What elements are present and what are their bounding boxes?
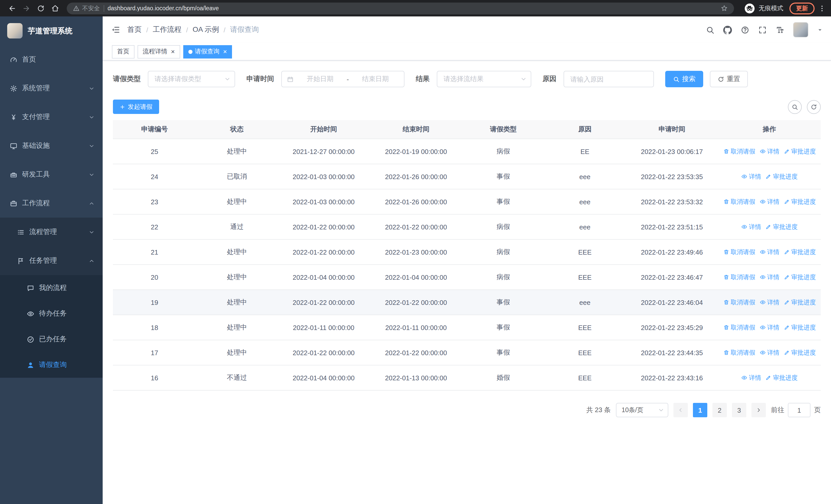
op-detail-link[interactable]: 详情 [760,298,779,307]
sidebar-item-6[interactable]: 流程管理 [0,217,103,246]
op-progress-link[interactable]: 审批进度 [765,172,798,181]
op-progress-link[interactable]: 审批进度 [783,298,816,307]
back-icon[interactable] [5,2,19,15]
question-icon[interactable] [741,25,749,34]
url-bar[interactable]: 不安全 dashboard.yudao.iocoder.cn/bpm/oa/le… [67,2,734,14]
cell-status: 处理中 [196,348,278,357]
leave-type-select[interactable]: 请选择请假类型 [148,71,235,87]
tab-close-icon[interactable]: × [223,48,227,55]
goto-page-input[interactable] [788,403,810,417]
reset-button[interactable]: 重置 [710,71,748,87]
page-button-3[interactable]: 3 [732,403,746,417]
op-detail-link[interactable]: 详情 [760,197,779,206]
yen-icon [10,113,18,121]
op-detail-link[interactable]: 详情 [741,374,761,382]
security-chip[interactable]: 不安全 [73,4,100,12]
op-progress-link[interactable]: 审批进度 [783,323,816,332]
op-cancel-link[interactable]: 取消请假 [723,197,755,206]
op-detail-link[interactable]: 详情 [760,348,779,357]
reason-input[interactable] [564,71,654,87]
cell-type: 事假 [462,323,544,332]
logo[interactable]: 芋道管理系统 [0,17,103,45]
op-cancel-link[interactable]: 取消请假 [723,298,755,307]
forward-icon[interactable] [20,2,33,15]
op-detail-link[interactable]: 详情 [741,223,761,231]
reload-icon[interactable] [34,2,47,15]
sidebar-item-3[interactable]: 基础设施 [0,131,103,160]
op-cancel-link[interactable]: 取消请假 [723,248,755,256]
sidebar-item-4[interactable]: 研发工具 [0,160,103,189]
edit-icon [765,375,771,381]
trash-icon [723,199,729,205]
op-progress-link[interactable]: 审批进度 [783,147,816,156]
search-icon[interactable] [706,25,715,34]
cell-id: 22 [113,223,196,231]
edit-icon [765,224,771,230]
op-detail-link[interactable]: 详情 [760,147,779,156]
chevron-down-icon[interactable] [817,27,823,33]
page-button-2[interactable]: 2 [712,403,727,417]
prev-page-button[interactable] [674,403,688,417]
page-size-select[interactable]: 10条/页 [616,403,668,417]
breadcrumb-item-2[interactable]: OA 示例 [193,25,219,34]
op-progress-link[interactable]: 审批进度 [765,374,798,382]
op-label: 审批进度 [791,248,816,256]
op-detail-link[interactable]: 详情 [741,172,761,181]
op-progress-link[interactable]: 审批进度 [783,348,816,357]
tab-2[interactable]: 请假查询× [183,45,232,58]
toggle-search-button[interactable] [788,100,802,114]
cell-start: 2022-01-22 00:00:00 [278,248,370,256]
collapse-sidebar-icon[interactable] [111,25,120,34]
sidebar-item-9[interactable]: 待办任务 [0,301,103,326]
apply-time-range-picker[interactable]: 开始日期 - 结束日期 [281,71,404,87]
search-button-label: 搜索 [682,75,695,84]
op-cancel-link[interactable]: 取消请假 [723,348,755,357]
home-icon[interactable] [48,2,62,15]
sidebar-item-10[interactable]: 已办任务 [0,326,103,352]
op-detail-link[interactable]: 详情 [760,273,779,281]
sidebar-item-7[interactable]: 任务管理 [0,246,103,275]
cell-type: 事假 [462,298,544,307]
github-icon[interactable] [723,25,732,34]
page-button-1[interactable]: 1 [693,403,707,417]
fontsize-icon[interactable] [776,25,784,34]
create-leave-button[interactable]: 发起请假 [113,99,159,114]
update-button[interactable]: 更新 [790,2,814,14]
sidebar-item-8[interactable]: 我的流程 [0,275,103,301]
breadcrumb-item-1[interactable]: 工作流程 [153,25,181,34]
cell-status: 处理中 [196,323,278,332]
bookmark-star-icon[interactable] [721,5,728,12]
op-cancel-link[interactable]: 取消请假 [723,273,755,281]
column-header-7: 操作 [718,125,821,134]
toolbar-icons [788,100,821,114]
browser-menu-icon[interactable] [818,4,826,12]
refresh-table-button[interactable] [807,100,821,114]
sidebar-item-11[interactable]: 请假查询 [0,352,103,378]
cell-status: 处理中 [196,147,278,156]
cell-operations: 取消请假详情审批进度 [718,197,821,206]
tab-1[interactable]: 流程详情× [138,45,180,58]
tab-close-icon[interactable]: × [171,48,175,55]
op-progress-link[interactable]: 审批进度 [783,273,816,281]
fullscreen-icon[interactable] [758,25,767,34]
sidebar-item-0[interactable]: 首页 [0,45,103,74]
op-detail-link[interactable]: 详情 [760,248,779,256]
cell-applied: 2022-01-23 00:06:17 [626,148,718,155]
sidebar-item-2[interactable]: 支付管理 [0,102,103,131]
tab-0[interactable]: 首页 [112,45,135,58]
op-progress-link[interactable]: 审批进度 [783,248,816,256]
op-cancel-link[interactable]: 取消请假 [723,147,755,156]
sidebar-item-1[interactable]: 系统管理 [0,74,103,102]
next-page-button[interactable] [751,403,766,417]
op-detail-link[interactable]: 详情 [760,323,779,332]
sidebar-item-label: 已办任务 [39,335,67,344]
result-select[interactable]: 请选择流结果 [437,71,531,87]
op-progress-link[interactable]: 审批进度 [783,197,816,206]
breadcrumb-item-0[interactable]: 首页 [127,25,142,34]
avatar[interactable] [793,22,808,37]
op-cancel-link[interactable]: 取消请假 [723,323,755,332]
op-progress-link[interactable]: 审批进度 [765,223,798,231]
breadcrumb-separator: / [224,26,225,34]
sidebar-item-5[interactable]: 工作流程 [0,189,103,217]
search-button[interactable]: 搜索 [665,71,703,87]
